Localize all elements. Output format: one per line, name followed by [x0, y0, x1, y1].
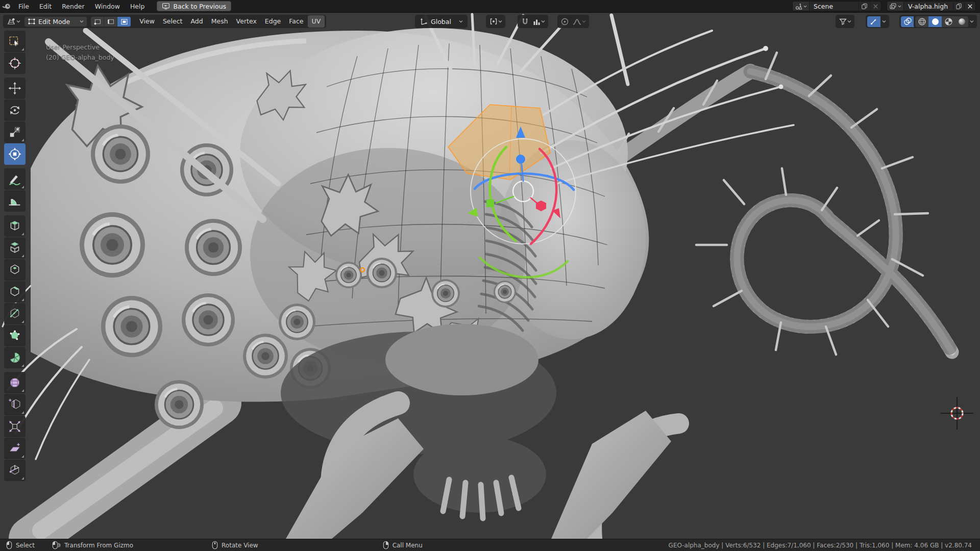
view-layer-browse-button[interactable] — [887, 2, 904, 11]
vertex-select-button[interactable] — [91, 17, 104, 27]
transform-orientation-dropdown[interactable]: Global — [416, 16, 466, 27]
menu-vertex[interactable]: Vertex — [232, 15, 261, 28]
view-layer-name[interactable]: V-alpha.high — [904, 3, 953, 10]
menu-edit[interactable]: Edit — [34, 0, 57, 13]
scene-delete-button[interactable] — [870, 2, 881, 11]
mode-dropdown[interactable]: Edit Mode — [24, 16, 87, 27]
shading-rendered-button[interactable] — [955, 16, 968, 27]
view-layer-icon — [889, 3, 897, 10]
hint-transform-gizmo: Transform From Gizmo — [52, 541, 133, 549]
overlays-icon — [903, 17, 912, 26]
menu-render[interactable]: Render — [57, 0, 90, 13]
tool-spin[interactable] — [4, 347, 26, 368]
header-menubar: View Select Add Mesh Vertex Edge Face UV — [135, 15, 325, 28]
tool-rip-region[interactable] — [4, 460, 26, 481]
tool-move[interactable] — [4, 78, 26, 99]
editor-type-button[interactable] — [5, 16, 22, 27]
orientation-label: Global — [431, 18, 451, 26]
snap-settings-dropdown[interactable] — [531, 16, 547, 27]
tool-shelf — [4, 31, 26, 482]
tool-rotate[interactable] — [4, 99, 26, 121]
viewport-object-label: (20) GEO-alpha_body — [46, 54, 114, 61]
view-layer-delete-button[interactable] — [964, 2, 975, 11]
proportional-editing-toggle[interactable] — [559, 16, 571, 27]
proportional-edit-group — [557, 15, 589, 28]
gizmo-group — [866, 15, 889, 28]
tool-knife[interactable] — [4, 303, 26, 324]
edge-select-button[interactable] — [104, 17, 117, 27]
menu-select[interactable]: Select — [159, 15, 187, 28]
back-button-label: Back to Previous — [173, 3, 226, 10]
chevron-down-icon — [459, 20, 463, 23]
close-icon — [967, 4, 973, 9]
viewport-3d[interactable]: User Perspective (20) GEO-alpha_body — [0, 13, 980, 539]
tool-select-box[interactable] — [4, 31, 26, 52]
pivot-point-dropdown[interactable] — [487, 16, 504, 27]
mouse-hints: Select Transform From Gizmo Rotate View … — [0, 541, 423, 549]
shading-solid-button[interactable] — [928, 16, 942, 27]
shading-group — [914, 15, 977, 28]
shading-dropdown[interactable] — [968, 16, 975, 27]
tool-extrude-region[interactable] — [4, 237, 26, 259]
show-gizmos-toggle[interactable] — [867, 16, 880, 27]
tool-bevel[interactable] — [4, 281, 26, 303]
face-select-icon — [120, 18, 128, 25]
tool-add-cube[interactable] — [4, 215, 26, 237]
scene-name[interactable]: Scene — [810, 3, 859, 10]
status-bar: Select Transform From Gizmo Rotate View … — [0, 539, 980, 551]
proportional-falloff-dropdown[interactable] — [571, 16, 587, 27]
chevron-down-icon — [882, 20, 886, 23]
hint-select: Select — [6, 541, 35, 549]
tool-poly-build[interactable] — [4, 325, 26, 346]
view-layer-selector: V-alpha.high — [887, 1, 976, 11]
object-visibility-dropdown[interactable] — [837, 16, 853, 27]
screen-back-icon — [162, 3, 170, 10]
menu-file[interactable]: File — [13, 0, 34, 13]
select-mode-buttons — [90, 16, 131, 27]
menu-window[interactable]: Window — [90, 0, 125, 13]
hint-rotate-label: Rotate View — [222, 542, 258, 549]
tool-edge-slide[interactable] — [4, 394, 26, 415]
solid-sphere-icon — [931, 17, 940, 26]
view-layer-new-copy-button[interactable] — [953, 2, 964, 11]
menu-add[interactable]: Add — [186, 15, 207, 28]
gizmos-dropdown[interactable] — [880, 16, 888, 27]
scene-icon — [795, 3, 802, 10]
snap-toggle-button[interactable] — [519, 16, 531, 27]
tool-measure[interactable] — [4, 190, 26, 212]
menu-edge[interactable]: Edge — [261, 15, 285, 28]
tool-cursor[interactable] — [4, 53, 26, 74]
mode-dropdown-label: Edit Mode — [38, 18, 70, 26]
face-select-button[interactable] — [117, 17, 131, 27]
chevron-down-icon — [803, 5, 807, 8]
tool-shear[interactable] — [4, 438, 26, 459]
scene-browse-button[interactable] — [793, 2, 810, 11]
snap-group — [518, 15, 548, 28]
tool-transform[interactable] — [4, 143, 26, 165]
rendered-sphere-icon — [958, 17, 966, 26]
left-mouse-icon — [6, 541, 12, 549]
scene-new-copy-button[interactable] — [859, 2, 870, 11]
hint-call-menu: Call Menu — [383, 541, 423, 549]
vertex-select-icon — [93, 18, 102, 25]
back-to-previous-button[interactable]: Back to Previous — [157, 1, 231, 11]
menu-uv[interactable]: UV — [308, 15, 325, 28]
shading-wireframe-button[interactable] — [915, 16, 928, 27]
tool-shrink-fatten[interactable] — [4, 416, 26, 437]
shading-material-button[interactable] — [942, 16, 955, 27]
menu-help[interactable]: Help — [125, 0, 150, 13]
orientation-icon — [420, 17, 428, 26]
menu-face[interactable]: Face — [285, 15, 307, 28]
gizmo-arrow-icon — [870, 17, 878, 26]
edge-select-icon — [107, 18, 115, 25]
viewport-perspective-label: User Perspective — [46, 43, 100, 51]
menu-view[interactable]: View — [135, 15, 159, 28]
tool-smooth[interactable] — [4, 372, 26, 393]
magnet-icon — [521, 17, 529, 26]
tool-scale[interactable] — [4, 121, 26, 143]
tool-inset-faces[interactable] — [4, 259, 26, 281]
show-overlays-toggle[interactable] — [901, 16, 914, 27]
menu-mesh[interactable]: Mesh — [207, 15, 232, 28]
blender-logo-icon[interactable] — [0, 0, 13, 13]
tool-annotate[interactable] — [4, 168, 26, 190]
